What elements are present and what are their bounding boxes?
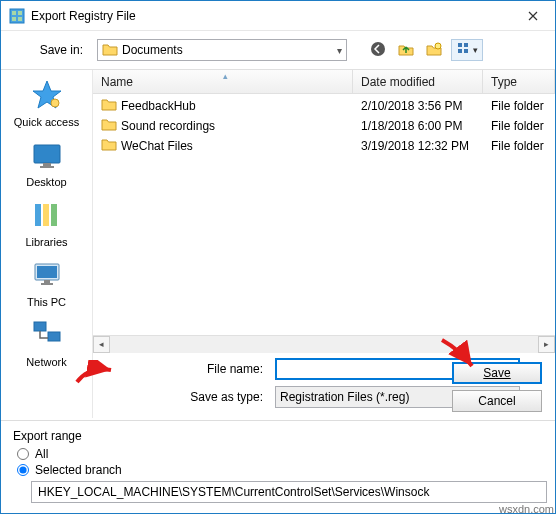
up-one-level-button[interactable]: [395, 39, 417, 61]
saveastype-label: Save as type:: [105, 390, 275, 404]
quick-access-icon: [30, 78, 64, 114]
file-date: 2/10/2018 3:56 PM: [353, 99, 483, 113]
column-header-date[interactable]: Date modified: [353, 70, 483, 93]
file-type: File folder: [483, 119, 555, 133]
window-title: Export Registry File: [31, 9, 510, 23]
savein-label: Save in:: [13, 43, 91, 57]
export-range-group: Export range All Selected branch HKEY_LO…: [1, 427, 555, 513]
svg-rect-3: [12, 17, 16, 21]
svg-rect-13: [34, 145, 60, 163]
chevron-down-icon: ▾: [337, 45, 342, 56]
svg-rect-9: [458, 49, 462, 53]
watermark: wsxdn.com: [499, 503, 554, 514]
place-quick-access[interactable]: Quick access: [1, 78, 92, 128]
horizontal-scrollbar[interactable]: ◂ ▸: [93, 335, 555, 352]
this-pc-icon: [30, 258, 64, 294]
svg-rect-16: [35, 204, 41, 226]
place-this-pc[interactable]: This PC: [1, 258, 92, 308]
dialog-buttons: Save Cancel: [452, 362, 542, 412]
network-icon: [30, 318, 64, 354]
svg-rect-18: [51, 204, 57, 226]
file-row[interactable]: Sound recordings1/18/2018 6:00 PMFile fo…: [93, 116, 555, 136]
sort-ascending-icon: ▴: [223, 71, 228, 81]
svg-rect-14: [43, 163, 51, 166]
radio-all-input[interactable]: [17, 448, 29, 460]
branch-path-input[interactable]: HKEY_LOCAL_MACHINE\SYSTEM\CurrentControl…: [31, 481, 547, 503]
savein-value: Documents: [122, 43, 337, 57]
folder-icon: [101, 97, 117, 116]
file-name: WeChat Files: [121, 139, 193, 153]
savein-dropdown[interactable]: Documents ▾: [97, 39, 347, 61]
file-date: 1/18/2018 6:00 PM: [353, 119, 483, 133]
file-row[interactable]: FeedbackHub2/10/2018 3:56 PMFile folder: [93, 96, 555, 116]
svg-rect-21: [44, 280, 50, 283]
cancel-button[interactable]: Cancel: [452, 390, 542, 412]
chevron-down-icon: ▾: [473, 45, 478, 55]
file-name: FeedbackHub: [121, 99, 196, 113]
svg-point-6: [435, 43, 441, 49]
svg-rect-15: [40, 166, 54, 168]
regedit-icon: [9, 8, 25, 24]
folder-icon: [101, 137, 117, 156]
svg-rect-4: [18, 17, 22, 21]
file-name: Sound recordings: [121, 119, 215, 133]
folder-up-icon: [398, 41, 414, 60]
svg-rect-1: [12, 11, 16, 15]
svg-rect-17: [43, 204, 49, 226]
svg-rect-24: [48, 332, 60, 341]
place-label: Network: [26, 356, 66, 368]
desktop-icon: [30, 138, 64, 174]
close-icon: [528, 8, 538, 24]
views-icon: [457, 42, 471, 59]
new-folder-icon: [426, 41, 442, 60]
libraries-icon: [30, 198, 64, 234]
close-button[interactable]: [510, 1, 555, 31]
scroll-track[interactable]: [110, 336, 538, 353]
back-icon: [370, 41, 386, 60]
place-label: Quick access: [14, 116, 79, 128]
save-button[interactable]: Save: [452, 362, 542, 384]
svg-rect-10: [464, 49, 468, 53]
savein-toolbar: Save in: Documents ▾ ▾: [1, 31, 555, 69]
export-range-label: Export range: [13, 429, 543, 443]
svg-rect-7: [458, 43, 462, 47]
filename-label: File name:: [105, 362, 275, 376]
title-bar: Export Registry File: [1, 1, 555, 31]
place-label: Libraries: [25, 236, 67, 248]
new-folder-button[interactable]: [423, 39, 445, 61]
place-network[interactable]: Network: [1, 318, 92, 368]
svg-point-12: [51, 99, 59, 107]
radio-selected-input[interactable]: [17, 464, 29, 476]
place-label: Desktop: [26, 176, 66, 188]
radio-all[interactable]: All: [17, 447, 543, 461]
views-button[interactable]: ▾: [451, 39, 483, 61]
back-button[interactable]: [367, 39, 389, 61]
radio-selected-branch[interactable]: Selected branch: [17, 463, 543, 477]
scroll-left-icon[interactable]: ◂: [93, 336, 110, 353]
svg-rect-2: [18, 11, 22, 15]
svg-rect-20: [37, 266, 57, 278]
svg-rect-22: [41, 283, 53, 285]
svg-rect-8: [464, 43, 468, 47]
documents-folder-icon: [102, 42, 118, 58]
column-header-name[interactable]: ▴ Name: [93, 70, 353, 93]
place-libraries[interactable]: Libraries: [1, 198, 92, 248]
branch-path-value: HKEY_LOCAL_MACHINE\SYSTEM\CurrentControl…: [38, 485, 429, 499]
scroll-right-icon[interactable]: ▸: [538, 336, 555, 353]
radio-selected-label: Selected branch: [35, 463, 122, 477]
file-list[interactable]: FeedbackHub2/10/2018 3:56 PMFile folderS…: [93, 94, 555, 335]
column-header-type[interactable]: Type: [483, 70, 555, 93]
svg-rect-23: [34, 322, 46, 331]
place-desktop[interactable]: Desktop: [1, 138, 92, 188]
file-date: 3/19/2018 12:32 PM: [353, 139, 483, 153]
svg-point-5: [371, 42, 385, 56]
file-type: File folder: [483, 139, 555, 153]
file-list-header: ▴ Name Date modified Type: [93, 70, 555, 94]
file-type: File folder: [483, 99, 555, 113]
file-row[interactable]: WeChat Files3/19/2018 12:32 PMFile folde…: [93, 136, 555, 156]
radio-all-label: All: [35, 447, 48, 461]
place-label: This PC: [27, 296, 66, 308]
places-bar: Quick access Desktop Libraries This PC N…: [1, 70, 93, 418]
folder-icon: [101, 117, 117, 136]
